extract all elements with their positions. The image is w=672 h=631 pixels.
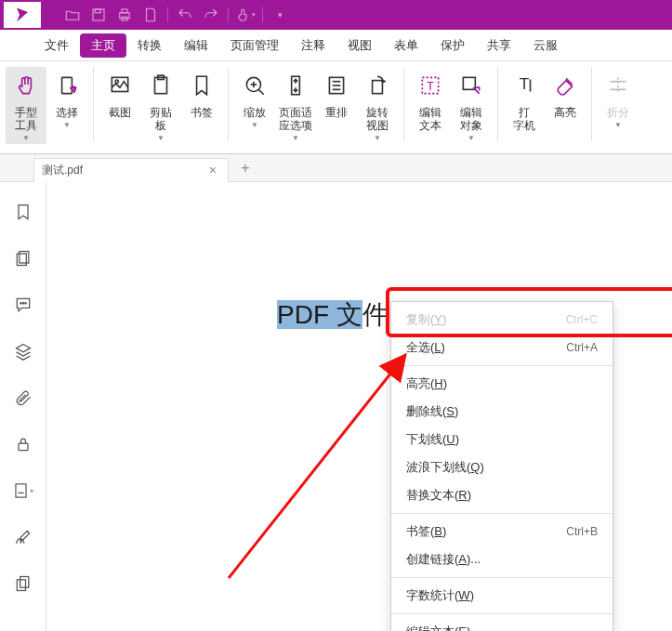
menu-item-2[interactable]: 转换 — [126, 33, 173, 58]
touch-icon[interactable]: ▾ — [232, 2, 258, 28]
new-doc-icon[interactable] — [138, 2, 164, 28]
ribbon-button[interactable]: 手型 工具▼ — [6, 67, 46, 144]
svg-line-37 — [229, 355, 405, 578]
menu-item-4[interactable]: 页面管理 — [219, 33, 290, 58]
ribbon-label: 截图 — [109, 106, 131, 119]
ribbon-button[interactable]: 高亮 — [545, 67, 586, 121]
quick-separator — [262, 7, 263, 22]
ribbon-icon — [144, 69, 178, 102]
menu-item-6[interactable]: 视图 — [336, 33, 383, 58]
ribbon-label: 编辑 对象 — [460, 106, 482, 132]
ribbon-label: 缩放 — [244, 106, 266, 119]
close-icon[interactable]: × — [205, 163, 220, 177]
bookmark-icon[interactable] — [12, 201, 34, 223]
menu-item-8[interactable]: 保护 — [429, 33, 476, 58]
menu-item-7[interactable]: 表单 — [383, 33, 429, 58]
context-menu-item[interactable]: 波浪下划线(Q) — [391, 454, 613, 481]
save-icon[interactable] — [86, 2, 112, 28]
svg-point-6 — [115, 80, 118, 83]
menu-item-9[interactable]: 共享 — [476, 33, 522, 58]
svg-rect-35 — [20, 577, 28, 588]
ribbon-icon — [361, 69, 394, 102]
ribbon-button[interactable]: T打 字机 — [504, 67, 545, 134]
ribbon-button[interactable]: T编辑 文本 — [410, 67, 451, 134]
context-menu-item[interactable]: 书签(B)Ctrl+B — [391, 518, 613, 546]
ribbon-label: 书签 — [191, 106, 213, 119]
context-menu-item[interactable]: 替换文本(R) — [391, 481, 613, 509]
ribbon-label: 高亮 — [554, 106, 576, 119]
ribbon-label: 剪贴 板 — [150, 106, 172, 132]
ribbon-button[interactable]: 重排 — [316, 67, 357, 121]
menu-item-label: 替换文本(R) — [406, 487, 598, 504]
context-menu-item[interactable]: 下划线(U) — [391, 426, 613, 454]
ribbon-separator — [591, 67, 592, 141]
menu-item-label: 书签(B) — [406, 523, 566, 540]
print-icon[interactable] — [112, 2, 138, 28]
context-menu-item: 复制(Y)Ctrl+C — [391, 306, 613, 334]
multi-doc-icon[interactable] — [12, 572, 34, 595]
menu-item-10[interactable]: 云服 — [522, 33, 569, 58]
document-viewport[interactable]: PDF 文件 复制(Y)Ctrl+C全选(L)Ctrl+A高亮(H)删除线(S)… — [46, 182, 672, 631]
ribbon-button[interactable]: 编辑 对象▼ — [451, 67, 492, 144]
menu-item-label: 复制(Y) — [406, 311, 566, 328]
menu-item-shortcut: Ctrl+C — [566, 313, 598, 326]
undo-icon[interactable] — [172, 2, 198, 28]
ribbon-icon — [103, 69, 137, 102]
menu-item-0[interactable]: 文件 — [33, 33, 80, 58]
ribbon-icon — [9, 69, 43, 102]
context-menu-item[interactable]: 创建链接(A)... — [391, 546, 613, 573]
ribbon-separator — [497, 67, 498, 141]
svg-rect-18 — [373, 81, 383, 94]
pages-icon[interactable] — [12, 247, 34, 269]
document-tab-title: 测试.pdf — [42, 163, 205, 178]
ribbon-icon — [455, 69, 488, 102]
svg-point-29 — [20, 303, 20, 304]
ribbon-icon — [185, 69, 218, 102]
comments-icon[interactable] — [12, 294, 34, 316]
ribbon-button[interactable]: 旋转 视图▼ — [357, 67, 398, 144]
ribbon-icon — [601, 69, 635, 102]
context-menu-item[interactable]: 删除线(S) — [391, 398, 613, 426]
menu-separator — [391, 365, 613, 366]
menu-item-shortcut: Ctrl+A — [566, 341, 598, 354]
context-menu-item[interactable]: 字数统计(W) — [391, 582, 613, 610]
form-icon[interactable]: ▸ — [12, 480, 34, 502]
ribbon-label: 折分 — [607, 106, 629, 119]
signature-icon[interactable] — [12, 526, 34, 548]
ribbon-label: 页面适 应选项 — [279, 106, 312, 132]
context-menu-item[interactable]: 全选(L)Ctrl+A — [391, 334, 613, 362]
menu-item-3[interactable]: 编辑 — [173, 33, 219, 58]
chevron-down-icon: ▼ — [63, 121, 71, 129]
menu-item-label: 波浪下划线(Q) — [406, 459, 598, 476]
ribbon-button[interactable]: 剪贴 板▼ — [140, 67, 181, 144]
layers-icon[interactable] — [12, 340, 34, 362]
svg-text:T: T — [520, 74, 530, 93]
ribbon-label: 重排 — [325, 106, 348, 119]
document-tab[interactable]: 测试.pdf × — [33, 158, 229, 182]
add-tab-button[interactable]: + — [232, 160, 258, 177]
menu-item-label: 创建链接(A)... — [406, 551, 598, 568]
redo-icon[interactable] — [198, 2, 224, 28]
ribbon-button[interactable]: 截图 — [99, 67, 140, 121]
open-icon[interactable] — [59, 2, 86, 28]
ribbon-button[interactable]: 缩放▼ — [234, 67, 275, 131]
security-icon[interactable] — [12, 433, 34, 455]
main-area: ▸ PDF 文件 复制(Y)Ctrl+C全选(L)Ctrl+A高亮(H)删除线(… — [0, 182, 672, 631]
attachment-icon[interactable] — [12, 387, 34, 409]
context-menu-item[interactable]: 高亮(H) — [391, 370, 613, 398]
svg-rect-1 — [95, 9, 100, 13]
ribbon-button[interactable]: 折分▼ — [598, 67, 639, 131]
ribbon-button[interactable]: 页面适 应选项▼ — [275, 67, 316, 144]
menu-item-1[interactable]: 主页 — [80, 33, 126, 58]
menu-separator — [391, 577, 613, 578]
document-text-selection[interactable]: PDF 文件 — [277, 297, 389, 333]
ribbon-button[interactable]: 选择▼ — [46, 67, 87, 131]
ribbon-button[interactable]: 书签 — [181, 67, 222, 121]
app-logo — [4, 2, 41, 28]
quick-customize-icon[interactable]: ▾ — [267, 2, 293, 28]
menu-item-5[interactable]: 注释 — [290, 33, 336, 58]
ribbon-icon — [279, 69, 312, 102]
chevron-down-icon: ▼ — [157, 134, 165, 142]
context-menu-item[interactable]: 编辑文本(E) — [391, 618, 613, 631]
ribbon-icon — [50, 69, 84, 102]
